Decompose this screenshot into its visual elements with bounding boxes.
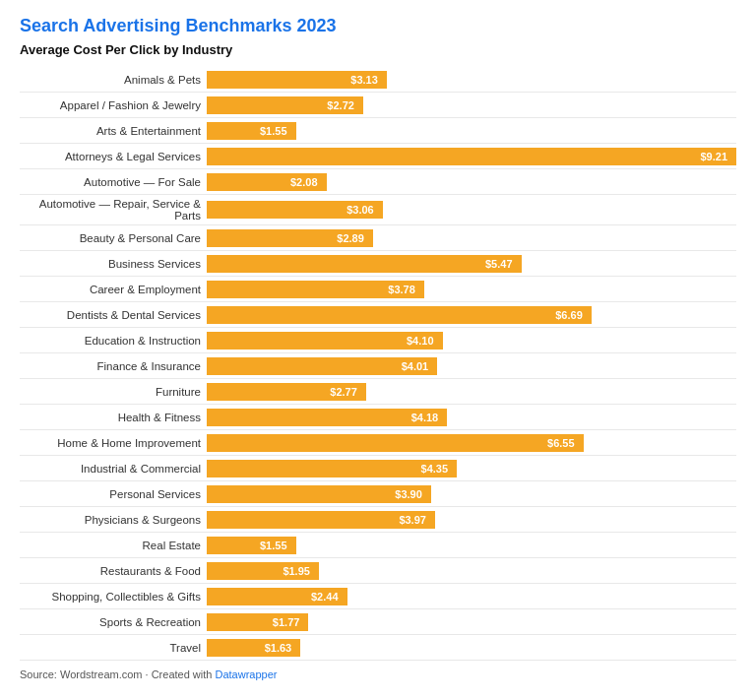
bar-label: Health & Fitness xyxy=(20,412,207,423)
bar-row: Attorneys & Legal Services$9.21 xyxy=(20,144,736,169)
chart-title: Search Advertising Benchmarks 2023 xyxy=(20,16,736,36)
bar-row: Health & Fitness$4.18 xyxy=(20,405,736,430)
bar-row: Finance & Insurance$4.01 xyxy=(20,353,736,379)
bar-track: $1.55 xyxy=(207,537,736,554)
bar-track: $4.35 xyxy=(207,460,736,477)
bar-fill: $3.97 xyxy=(207,511,435,529)
bar-track: $2.89 xyxy=(207,229,736,247)
footer-text: Source: Wordstream.com · Created with xyxy=(20,668,215,680)
bar-row: Dentists & Dental Services$6.69 xyxy=(20,302,736,328)
bar-label: Career & Employment xyxy=(20,284,207,295)
bar-track: $4.18 xyxy=(207,409,736,426)
bar-track: $2.77 xyxy=(207,383,736,401)
bar-fill: $2.89 xyxy=(207,229,373,247)
datawrapper-link[interactable]: Datawrapper xyxy=(215,668,277,680)
bar-row: Personal Services$3.90 xyxy=(20,481,736,507)
bar-fill: $2.08 xyxy=(207,173,327,191)
bar-value: $3.90 xyxy=(395,488,426,500)
bar-fill: $1.63 xyxy=(207,639,300,657)
bar-value: $5.47 xyxy=(485,258,517,270)
bar-row: Real Estate$1.55 xyxy=(20,533,736,558)
bar-track: $4.01 xyxy=(207,357,736,375)
bar-value: $4.10 xyxy=(407,335,438,347)
bar-value: $4.01 xyxy=(402,360,433,372)
bar-track: $9.21 xyxy=(207,148,736,165)
bar-row: Automotive — For Sale$2.08 xyxy=(20,169,736,195)
bar-track: $3.13 xyxy=(207,71,736,89)
bar-value: $3.06 xyxy=(346,204,378,216)
bar-fill: $4.35 xyxy=(207,460,457,477)
bar-fill: $6.69 xyxy=(207,306,592,324)
bar-track: $1.95 xyxy=(207,562,736,580)
bar-track: $2.72 xyxy=(207,96,736,114)
bar-row: Sports & Recreation$1.77 xyxy=(20,609,736,635)
bar-label: Travel xyxy=(20,642,207,654)
bar-label: Finance & Insurance xyxy=(20,360,207,372)
bar-value: $4.35 xyxy=(421,463,453,475)
bar-fill: $1.77 xyxy=(207,613,308,631)
bar-fill: $1.55 xyxy=(207,122,296,140)
bar-label: Apparel / Fashion & Jewelry xyxy=(20,99,207,111)
bar-row: Furniture$2.77 xyxy=(20,379,736,405)
bar-label: Beauty & Personal Care xyxy=(20,232,207,244)
bar-value: $6.55 xyxy=(547,437,579,449)
bar-value: $2.44 xyxy=(311,591,343,603)
bar-row: Animals & Pets$3.13 xyxy=(20,67,736,93)
bar-row: Automotive — Repair, Service & Parts$3.0… xyxy=(20,195,736,225)
bar-value: $2.08 xyxy=(290,176,322,188)
bar-label: Shopping, Collectibles & Gifts xyxy=(20,591,207,603)
bar-value: $6.69 xyxy=(555,309,587,321)
bar-track: $3.06 xyxy=(207,201,736,219)
bar-row: Industrial & Commercial$4.35 xyxy=(20,456,736,481)
bar-label: Education & Instruction xyxy=(20,335,207,347)
bar-track: $3.78 xyxy=(207,281,736,298)
bar-label: Furniture xyxy=(20,386,207,398)
bar-track: $1.55 xyxy=(207,122,736,140)
bar-fill: $6.55 xyxy=(207,434,584,452)
bar-label: Real Estate xyxy=(20,540,207,551)
bar-label: Automotive — For Sale xyxy=(20,176,207,188)
bar-label: Physicians & Surgeons xyxy=(20,514,207,526)
bar-track: $6.55 xyxy=(207,434,736,452)
bar-label: Sports & Recreation xyxy=(20,616,207,628)
bar-value: $1.63 xyxy=(265,642,296,654)
bar-fill: $4.10 xyxy=(207,332,443,350)
bar-value: $1.55 xyxy=(260,540,291,551)
bar-value: $2.77 xyxy=(330,386,361,398)
chart-subtitle: Average Cost Per Click by Industry xyxy=(20,42,736,57)
bar-row: Beauty & Personal Care$2.89 xyxy=(20,225,736,251)
bar-fill: $2.44 xyxy=(207,588,347,605)
bar-fill: $4.18 xyxy=(207,409,447,426)
bar-fill: $5.47 xyxy=(207,255,522,273)
bar-value: $1.95 xyxy=(283,565,314,577)
bar-label: Automotive — Repair, Service & Parts xyxy=(20,198,207,222)
bar-label: Business Services xyxy=(20,258,207,270)
bar-row: Arts & Entertainment$1.55 xyxy=(20,118,736,144)
bar-track: $2.08 xyxy=(207,173,736,191)
bar-fill: $3.90 xyxy=(207,485,431,503)
bar-track: $3.97 xyxy=(207,511,736,529)
bar-label: Personal Services xyxy=(20,488,207,500)
bar-row: Physicians & Surgeons$3.97 xyxy=(20,507,736,533)
bar-value: $3.97 xyxy=(399,514,430,526)
bar-track: $1.63 xyxy=(207,639,736,657)
bar-track: $5.47 xyxy=(207,255,736,273)
bar-value: $4.18 xyxy=(411,412,443,423)
bar-track: $4.10 xyxy=(207,332,736,350)
bar-row: Home & Home Improvement$6.55 xyxy=(20,430,736,456)
bar-track: $2.44 xyxy=(207,588,736,605)
bar-value: $2.72 xyxy=(327,99,358,111)
bar-fill: $3.13 xyxy=(207,71,387,89)
chart-area: Animals & Pets$3.13Apparel / Fashion & J… xyxy=(20,67,736,661)
bar-value: $1.55 xyxy=(260,125,291,137)
bar-value: $3.78 xyxy=(388,284,419,295)
bar-fill: $4.01 xyxy=(207,357,437,375)
bar-fill: $1.95 xyxy=(207,562,319,580)
bar-row: Apparel / Fashion & Jewelry$2.72 xyxy=(20,93,736,118)
bar-row: Shopping, Collectibles & Gifts$2.44 xyxy=(20,584,736,609)
bar-track: $6.69 xyxy=(207,306,736,324)
bar-label: Attorneys & Legal Services xyxy=(20,151,207,162)
bar-label: Dentists & Dental Services xyxy=(20,309,207,321)
bar-value: $1.77 xyxy=(273,616,304,628)
bar-value: $2.89 xyxy=(337,232,368,244)
